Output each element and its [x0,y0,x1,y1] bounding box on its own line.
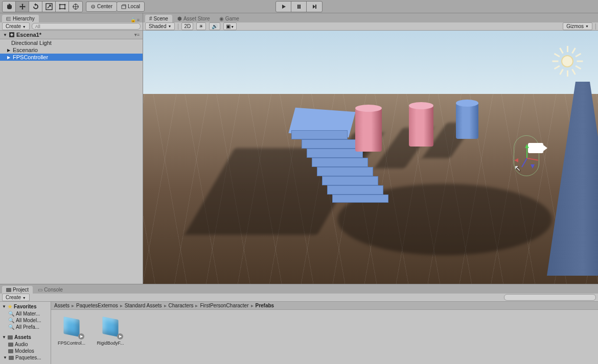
tab-asset-store[interactable]: ⬢ Asset Store [173,15,214,22]
sidebar-folder-item[interactable]: Audio [0,341,51,348]
prefab-badge-icon: ▶ [117,333,123,339]
asset-prefab-item[interactable]: ▶ FPSControl... [55,314,88,346]
chevron-right-icon[interactable]: ▶ [7,55,11,60]
speaker-icon: 🔊 [212,23,218,29]
hierarchy-item-label: Escenario [13,47,38,53]
project-panel: Project ▭ Console Create ▼ ▼★ Favorites … [0,284,598,364]
play-button[interactable] [276,2,291,12]
svg-rect-9 [122,6,126,9]
project-main: Assets▸ PaquetesExternos▸ Standard Asset… [51,302,598,364]
asset-store-icon: ⬢ [177,16,182,21]
hierarchy-scene-header[interactable]: ▼ Escena1* ▾≡ [0,31,143,39]
hierarchy-tab[interactable]: Hierarchy [2,15,39,22]
project-body: ▼★ Favorites 🔍All Mater... 🔍All Model...… [0,302,598,364]
prefab-icon: ▶ [98,314,123,339]
breadcrumb-item[interactable]: Characters [169,303,194,308]
asset-prefab-item[interactable]: ▶ RigidBodyF... [94,314,127,346]
pivot-local-button[interactable]: Local [117,2,145,12]
scene-name-label: Escena1* [16,32,41,38]
folder-icon [6,288,11,292]
scene-area: # Scene ⬢ Asset Store ◉ Game Shaded ▼ 2D… [143,13,598,284]
chevron-right-icon[interactable]: ▶ [7,48,11,53]
hierarchy-item[interactable]: ▶ FPSController [0,54,143,61]
scene-stairs-object [291,110,358,212]
breadcrumb-item[interactable]: FirstPersonCharacter [200,303,248,308]
audio-toggle[interactable]: 🔊 [209,22,220,30]
breadcrumb-item[interactable]: PaquetesExternos [76,303,118,308]
hierarchy-lock-icon[interactable]: 🔒 [130,17,136,22]
svg-point-2 [59,4,60,5]
hierarchy-tab-label: Hierarchy [13,16,35,21]
tab-scene[interactable]: # Scene [145,15,172,22]
folder-icon [9,356,14,360]
hierarchy-tab-row: Hierarchy 🔒 ≡ [0,13,143,22]
hierarchy-create-button[interactable]: Create ▼ [2,22,30,30]
project-search-input[interactable] [504,294,596,301]
hierarchy-panel: Hierarchy 🔒 ≡ Create ▼ ▼ Escena1* ▾≡ Dir… [0,13,143,284]
move-tool[interactable] [16,2,29,12]
svg-rect-1 [60,5,65,9]
chevron-down-icon: ▼ [3,33,7,37]
breadcrumb-current: Prefabs [256,303,274,308]
assets-header[interactable]: ▼ Assets [0,333,51,341]
tab-game[interactable]: ◉ Game [215,15,243,22]
svg-point-5 [64,8,65,9]
lighting-toggle[interactable]: ☀ [196,22,206,30]
pivot-local-label: Local [128,4,140,9]
transform-tool[interactable] [69,2,82,12]
project-content[interactable]: ▶ FPSControl... ▶ RigidBodyF... [51,310,598,364]
sidebar-fav-item[interactable]: 🔍All Model... [0,317,51,324]
folder-icon [8,349,13,353]
project-create-button[interactable]: Create ▼ [2,294,30,301]
scene-viewport[interactable]: ↖ [143,31,598,284]
pivot-center-button[interactable]: Center [86,2,117,12]
svg-rect-12 [315,5,316,9]
sidebar-fav-item[interactable]: 🔍All Prefa... [0,324,51,330]
hierarchy-item[interactable]: ▶ Escenario [0,46,143,54]
pause-button[interactable] [291,2,307,12]
svg-point-4 [59,8,60,9]
folder-icon [8,335,13,339]
prefab-badge-icon: ▶ [78,333,84,339]
hand-tool[interactable] [3,2,16,12]
favorites-header[interactable]: ▼★ Favorites [0,303,51,310]
scene-menu-icon[interactable]: ▾≡ [134,32,140,37]
project-sidebar[interactable]: ▼★ Favorites 🔍All Mater... 🔍All Model...… [0,302,51,364]
breadcrumb-item[interactable]: Assets [54,303,70,308]
sidebar-folder-item[interactable]: ▼Paquetes... [0,354,51,361]
2d-toggle-button[interactable]: 2D [181,22,193,30]
step-button[interactable] [307,2,322,12]
search-icon: 🔍 [8,324,14,330]
rect-tool[interactable] [56,2,69,12]
breadcrumb: Assets▸ PaquetesExternos▸ Standard Asset… [51,302,598,310]
pivot-center-label: Center [97,4,112,9]
tab-console[interactable]: ▭ Console [34,286,67,294]
sun-icon: ☀ [199,23,203,29]
fx-toggle[interactable]: ▣▼ [223,22,237,30]
hierarchy-menu-icon[interactable]: ≡ [137,17,140,22]
hierarchy-item[interactable]: Directional Light [0,39,143,46]
svg-point-8 [93,6,94,7]
search-icon: 🔍 [8,318,14,323]
sidebar-folder-item[interactable]: Modelos [0,348,51,354]
hierarchy-body[interactable]: ▼ Escena1* ▾≡ Directional Light ▶ Escena… [0,31,143,284]
unity-scene-icon [9,32,15,38]
asset-label: FPSControl... [55,341,88,346]
hierarchy-search-input[interactable] [32,23,141,30]
star-icon: ★ [8,304,12,309]
hierarchy-item-label: Directional Light [11,40,52,46]
scene-tab-row: # Scene ⬢ Asset Store ◉ Game [143,13,598,22]
tab-project[interactable]: Project [2,286,33,294]
gizmos-dropdown[interactable]: Gizmos ▼ [563,22,592,30]
game-tab-icon: ◉ [219,16,224,21]
scene-toolbar: Shaded ▼ 2D ☀ 🔊 ▣▼ Gizmos ▼ [143,22,598,31]
rotate-tool[interactable] [29,2,42,12]
project-tab-row: Project ▭ Console [0,284,598,294]
scale-tool[interactable] [42,2,56,12]
fps-controller-gizmo[interactable] [503,133,549,179]
svg-rect-11 [299,5,301,9]
svg-point-3 [64,4,65,5]
breadcrumb-item[interactable]: Standard Assets [125,303,162,308]
sidebar-fav-item[interactable]: 🔍All Mater... [0,310,51,317]
shading-mode-dropdown[interactable]: Shaded ▼ [145,22,175,30]
